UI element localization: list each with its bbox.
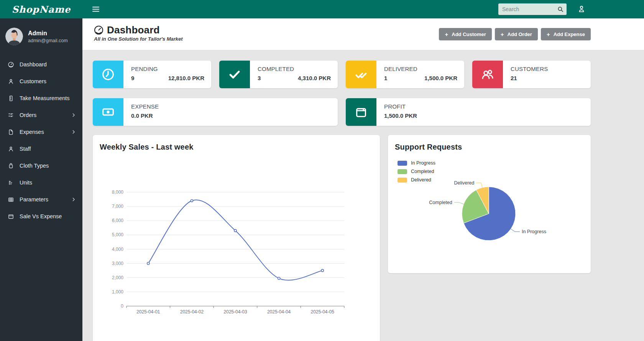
pie-legend: In ProgressCompletedDelivered [398,159,435,184]
profile-name: Admin [28,30,68,37]
stat-label: DELIVERED [384,66,457,72]
file-icon [8,129,14,135]
svg-text:2025-04-04: 2025-04-04 [267,309,291,315]
button-label: Add Order [508,31,532,37]
search-icon[interactable] [556,5,565,13]
svg-text:1,000: 1,000 [112,289,123,295]
svg-text:Completed: Completed [429,200,452,205]
sales-line-series [148,200,322,280]
stat-iconbox [93,61,123,88]
y-axis-labels: 1,0002,0003,0004,0005,0006,0007,0008,000… [112,189,123,309]
svg-text:2025-04-01: 2025-04-01 [136,309,160,315]
user-profile[interactable]: Admin admin@gmail.com [0,18,82,51]
stat-count: 21 [511,75,517,81]
sidebar-item-label: Take Measurements [20,95,70,101]
list-check-icon [8,112,14,119]
svg-text:3,000: 3,000 [112,261,123,266]
person-icon [8,78,14,85]
add-customer-button[interactable]: + Add Customer [439,28,491,40]
sidebar-item-label: Cloth Types [20,163,49,169]
stat-count: 9 [131,75,134,81]
support-requests-card: Support Requests In ProgressCompletedDel… [388,135,591,273]
stat-count: 3 [258,75,261,81]
stat-amount: 12,810.0 PKR [168,75,204,81]
stat-iconbox [472,61,503,88]
window-icon [8,213,14,220]
people-icon [480,67,495,82]
plus-icon: + [445,31,448,38]
stat-amount: 1,500.0 PKR [424,75,457,81]
svg-text:0: 0 [121,303,123,309]
sidebar-item-staff[interactable]: Staff [0,140,82,157]
total-amount: 1,500.0 PKR [384,112,584,119]
sidebar-item-dashboard[interactable]: Dashboard [0,56,82,73]
sidebar-item-units[interactable]: Units [0,174,82,191]
legend-item-completed[interactable]: Completed [398,167,435,176]
app-root: ShopName Admin admin@gmail.com [0,0,644,341]
avatar-portrait-icon [5,28,23,45]
legend-item-in-progress[interactable]: In Progress [398,159,435,167]
legend-swatch [398,178,407,183]
sidebar-item-label: Expenses [20,129,44,135]
cloth-icon [8,163,14,169]
sidebar-item-cloth-types[interactable]: Cloth Types [0,157,82,174]
stat-count: 1 [384,75,387,81]
stat-label: COMPLETED [258,66,331,72]
chevron-right-icon [71,112,76,118]
weekly-sales-line-chart: 1,0002,0003,0004,0005,0006,0007,0008,000… [93,182,361,320]
stat-card-delivered: DELIVERED 1 1,500.0 PKR [346,61,464,88]
sidebar-item-label: Sale Vs Expense [20,213,62,219]
top-header-bar [82,0,644,18]
sidebar-item-sale-vs-expense[interactable]: Sale Vs Expense [0,208,82,225]
tree-icon [8,180,14,186]
svg-text:Delivered: Delivered [454,180,474,186]
svg-text:In Progress: In Progress [522,229,546,234]
svg-text:4,000: 4,000 [112,247,123,252]
sidebar-item-label: Customers [20,78,46,84]
page-header: Dashboard All in One Solution for Tailor… [82,18,644,50]
hamburger-menu-icon[interactable] [91,5,100,14]
stat-amount: 4,310.0 PKR [298,75,331,81]
total-iconbox [346,98,376,126]
page-subtitle: All in One Solution for Tailor's Market [94,36,183,42]
gauge-icon [94,25,104,35]
button-label: Add Expense [554,31,585,37]
sidebar-item-take-measurements[interactable]: Take Measurements [0,90,82,107]
total-label: PROFIT [384,103,584,110]
stat-iconbox [219,61,250,88]
wallet-icon [354,105,368,119]
legend-item-delivered[interactable]: Delivered [398,176,435,184]
legend-label: Delivered [411,177,431,183]
sidebar-item-label: Dashboard [20,61,47,68]
main-content: PENDING 9 12,810.0 PKR COMPLETED 3 4,310… [82,50,644,341]
stat-card-pending: PENDING 9 12,810.0 PKR [93,61,211,88]
pie-slices [462,187,516,241]
chevron-right-icon [71,129,76,135]
sidebar-item-expenses[interactable]: Expenses [0,124,82,140]
ruler-icon [8,95,14,102]
legend-swatch [398,161,407,166]
sidebar-item-label: Parameters [20,196,48,203]
sidebar-item-customers[interactable]: Customers [0,73,82,90]
svg-text:6,000: 6,000 [112,218,123,223]
plus-icon: + [547,31,550,38]
table-icon [8,196,14,203]
legend-label: In Progress [411,160,435,166]
person-icon [8,146,14,152]
shop-logo: ShopName [12,4,71,15]
sidebar-item-orders[interactable]: Orders [0,107,82,124]
sidebar-item-label: Staff [20,146,31,152]
svg-text:8,000: 8,000 [112,189,123,195]
total-card-profit: PROFIT 1,500.0 PKR [346,98,591,126]
svg-text:2025-04-05: 2025-04-05 [311,309,335,315]
svg-text:5,000: 5,000 [112,232,123,237]
avatar [5,28,23,45]
total-label: EXPENSE [131,103,331,110]
add-order-button[interactable]: + Add Order [495,28,538,40]
stat-label: PENDING [131,66,204,72]
sidebar-item-parameters[interactable]: Parameters [0,191,82,208]
account-icon[interactable] [577,4,586,13]
button-label: Add Customer [452,31,486,37]
add-expense-button[interactable]: + Add Expense [541,28,591,40]
sidebar: ShopName Admin admin@gmail.com [0,0,82,341]
